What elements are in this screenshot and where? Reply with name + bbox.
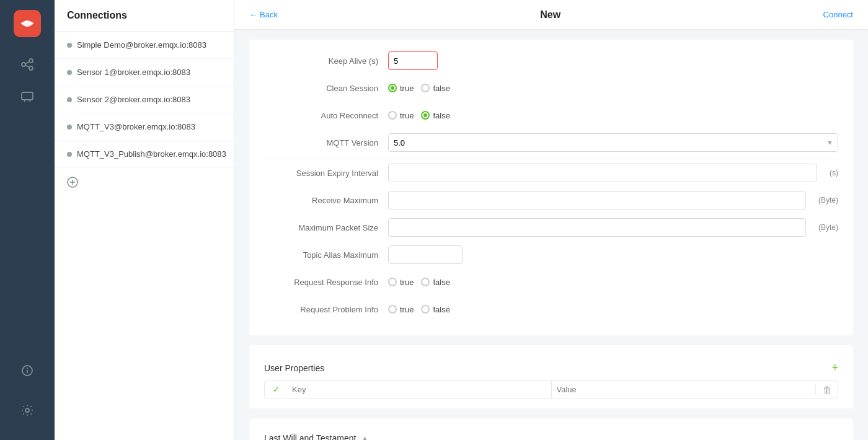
request-response-false-radio[interactable]: false — [421, 278, 450, 287]
app-logo — [14, 10, 41, 37]
clean-session-false-radio[interactable]: false — [421, 84, 450, 93]
auto-reconnect-false-radio[interactable]: false — [421, 111, 450, 120]
add-user-property-button[interactable]: + — [831, 361, 838, 374]
request-problem-true-label: true — [400, 305, 414, 314]
auto-reconnect-row: Auto Reconnect true false — [264, 104, 838, 126]
conn-status-dot — [67, 125, 72, 130]
topic-alias-input[interactable] — [388, 245, 463, 264]
svg-line-3 — [25, 62, 29, 64]
sidebar-icon-connections[interactable] — [15, 52, 40, 77]
svg-point-0 — [22, 63, 25, 66]
receive-max-input[interactable] — [388, 191, 806, 209]
clean-session-control: true false — [388, 84, 838, 93]
clean-session-true-label: true — [400, 84, 414, 93]
user-property-row: ✓ 🗑 — [264, 381, 838, 398]
request-problem-true-radio[interactable]: true — [388, 305, 414, 314]
max-packet-label: Maximum Packet Size — [264, 223, 388, 232]
request-problem-false-label: false — [433, 305, 450, 314]
mqtt-version-select[interactable]: 3.1 3.1.1 5.0 — [388, 133, 838, 152]
page-title: New — [540, 9, 560, 20]
user-property-value-input[interactable] — [552, 381, 816, 398]
request-response-label: Request Response Info — [264, 278, 388, 287]
topbar: ← Back New Connect — [234, 0, 868, 30]
request-response-true-label: true — [400, 278, 414, 287]
conn-item-sensor-2[interactable]: Sensor 2@broker.emqx.io:8083 — [55, 86, 234, 113]
radio-dot — [421, 111, 430, 120]
back-arrow-icon: ← — [249, 10, 257, 19]
add-connection-button[interactable] — [55, 168, 234, 196]
radio-dot — [388, 278, 397, 286]
conn-item-label: MQTT_V3_Publish@broker.emqx.io:8083 — [77, 149, 226, 159]
receive-max-control: (Byte) — [388, 191, 838, 209]
auto-reconnect-control: true false — [388, 111, 838, 120]
conn-item-label: Simple Demo@broker.emqx.io:8083 — [77, 40, 206, 50]
request-response-control: true false — [388, 278, 838, 287]
mqtt-version-row: MQTT Version 3.1 3.1.1 5.0 ▼ — [264, 131, 838, 154]
radio-dot — [421, 84, 430, 92]
conn-status-dot — [67, 70, 72, 75]
mqtt-version-select-wrap: 3.1 3.1.1 5.0 ▼ — [388, 133, 838, 152]
max-packet-input[interactable] — [388, 218, 806, 237]
last-will-header[interactable]: Last Will and Testament ▲ — [264, 428, 838, 440]
delete-user-property-button[interactable]: 🗑 — [815, 385, 838, 395]
radio-dot — [421, 278, 430, 286]
clean-session-row: Clean Session true false — [264, 77, 838, 99]
auto-reconnect-true-radio[interactable]: true — [388, 111, 414, 120]
user-properties-header: User Properties + — [264, 355, 838, 381]
svg-line-4 — [25, 65, 29, 68]
conn-item-label: Sensor 2@broker.emqx.io:8083 — [77, 95, 190, 104]
session-expiry-suffix: (s) — [830, 169, 838, 177]
conn-item-simple-demo[interactable]: Simple Demo@broker.emqx.io:8083 — [55, 32, 234, 59]
sidebar-icon-info[interactable] — [15, 358, 40, 383]
sidebar-icon-chat[interactable] — [15, 84, 40, 109]
connections-header: Connections — [55, 0, 234, 32]
keep-alive-input[interactable] — [388, 51, 438, 70]
mqtt-version-label: MQTT Version — [264, 138, 388, 147]
radio-dot — [421, 305, 430, 314]
request-problem-control: true false — [388, 305, 838, 314]
session-expiry-control: (s) — [388, 164, 838, 182]
user-properties-section: User Properties + ✓ 🗑 — [249, 345, 853, 408]
auto-reconnect-label: Auto Reconnect — [264, 111, 388, 120]
request-response-true-radio[interactable]: true — [388, 278, 414, 287]
conn-item-label: MQTT_V3@broker.emqx.io:8083 — [77, 122, 195, 131]
sidebar-icon-settings[interactable] — [15, 398, 40, 423]
keep-alive-control — [388, 51, 838, 70]
mqtt-version-control: 3.1 3.1.1 5.0 ▼ — [388, 133, 838, 152]
request-problem-label: Request Problem Info — [264, 305, 388, 314]
keep-alive-row: Keep Alive (s) — [264, 50, 838, 72]
radio-dot — [388, 305, 397, 314]
topic-alias-row: Topic Alias Maximum — [264, 244, 838, 266]
check-icon: ✓ — [265, 385, 287, 394]
last-will-label: Last Will and Testament — [264, 433, 356, 440]
receive-max-label: Receive Maximum — [264, 196, 388, 205]
back-label: Back — [260, 10, 278, 19]
max-packet-control: (Byte) — [388, 218, 838, 237]
svg-point-9 — [25, 408, 29, 412]
connect-button[interactable]: Connect — [823, 10, 853, 19]
user-property-key-input[interactable] — [287, 381, 552, 398]
conn-item-mqtt-v3-publish[interactable]: MQTT_V3_Publish@broker.emqx.io:8083 — [55, 141, 234, 168]
conn-item-mqtt-v3[interactable]: MQTT_V3@broker.emqx.io:8083 — [55, 113, 234, 141]
clean-session-false-label: false — [433, 84, 450, 93]
max-packet-suffix: (Byte) — [818, 223, 838, 232]
sidebar — [0, 0, 55, 440]
auto-reconnect-false-label: false — [433, 111, 450, 120]
main-content: ← Back New Connect Keep Alive (s) Clean … — [234, 0, 868, 440]
request-problem-false-radio[interactable]: false — [421, 305, 450, 314]
conn-status-dot — [67, 97, 72, 102]
form-area: Keep Alive (s) Clean Session true false — [234, 30, 868, 440]
receive-max-suffix: (Byte) — [818, 196, 838, 205]
svg-point-2 — [29, 66, 33, 70]
back-button[interactable]: ← Back — [249, 10, 278, 19]
connection-form-section: Keep Alive (s) Clean Session true false — [249, 40, 853, 335]
svg-point-8 — [27, 368, 28, 369]
max-packet-row: Maximum Packet Size (Byte) — [264, 216, 838, 239]
keep-alive-label: Keep Alive (s) — [264, 56, 388, 66]
user-properties-label: User Properties — [264, 363, 324, 373]
clean-session-true-radio[interactable]: true — [388, 84, 414, 93]
radio-dot — [388, 111, 397, 120]
topic-alias-control — [388, 245, 838, 264]
conn-item-sensor-1[interactable]: Sensor 1@broker.emqx.io:8083 — [55, 59, 234, 86]
session-expiry-input[interactable] — [388, 164, 817, 182]
